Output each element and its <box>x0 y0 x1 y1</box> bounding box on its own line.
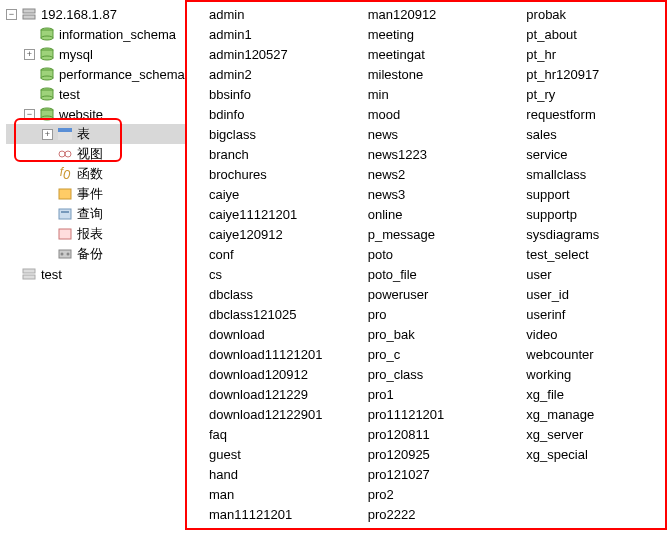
table-item[interactable]: supportp <box>506 204 665 224</box>
table-item[interactable]: branch <box>189 144 348 164</box>
table-item[interactable]: working <box>506 364 665 384</box>
table-item[interactable]: bbsinfo <box>189 84 348 104</box>
table-item[interactable]: user_id <box>506 284 665 304</box>
table-item[interactable]: news1223 <box>348 144 507 164</box>
server-icon <box>21 267 37 281</box>
table-item[interactable]: pt_about <box>506 24 665 44</box>
table-item[interactable]: bdinfo <box>189 104 348 124</box>
table-item[interactable]: sales <box>506 124 665 144</box>
collapse-icon[interactable]: − <box>6 9 17 20</box>
table-item[interactable]: pro_class <box>348 364 507 384</box>
tree-item-5[interactable]: +表 <box>6 124 185 144</box>
table-item[interactable]: sysdiagrams <box>506 224 665 244</box>
table-item[interactable]: meeting <box>348 24 507 44</box>
table-item[interactable]: milestone <box>348 64 507 84</box>
table-item[interactable]: download <box>189 324 348 344</box>
table-item[interactable]: pro120925 <box>348 444 507 464</box>
table-item[interactable]: meetingat <box>348 44 507 64</box>
table-item[interactable]: caiye120912 <box>189 224 348 244</box>
table-item[interactable]: pro2222 <box>348 504 507 524</box>
table-item[interactable]: mood <box>348 104 507 124</box>
table-item[interactable]: pro1 <box>348 384 507 404</box>
table-item[interactable]: man11121201 <box>189 504 348 524</box>
table-item[interactable]: xg_special <box>506 444 665 464</box>
tree-item-3[interactable]: test <box>6 84 185 104</box>
table-item[interactable]: poto <box>348 244 507 264</box>
tree-item-4[interactable]: −website <box>6 104 185 124</box>
table-item[interactable]: faq <box>189 424 348 444</box>
table-item[interactable]: man120912 <box>348 4 507 24</box>
table-item[interactable]: support <box>506 184 665 204</box>
table-item[interactable]: userinf <box>506 304 665 324</box>
table-item[interactable]: webcounter <box>506 344 665 364</box>
table-item-label: dbclass121025 <box>209 307 296 322</box>
tree-item-1[interactable]: +mysql <box>6 44 185 64</box>
table-item[interactable]: requestform <box>506 104 665 124</box>
table-item[interactable]: man <box>189 484 348 504</box>
expand-icon[interactable]: + <box>24 49 35 60</box>
tree-item-2[interactable]: performance_schema <box>6 64 185 84</box>
table-item[interactable]: user <box>506 264 665 284</box>
table-item[interactable]: dbclass <box>189 284 348 304</box>
table-item[interactable]: smallclass <box>506 164 665 184</box>
collapse-icon[interactable]: − <box>24 109 35 120</box>
table-item[interactable]: bigclass <box>189 124 348 144</box>
table-item[interactable]: poweruser <box>348 284 507 304</box>
spacer <box>42 209 53 220</box>
table-item[interactable]: hand <box>189 464 348 484</box>
table-icon <box>506 47 522 61</box>
tree-root[interactable]: − 192.168.1.87 <box>6 4 185 24</box>
table-item[interactable]: pt_hr <box>506 44 665 64</box>
tree-item-8[interactable]: 事件 <box>6 184 185 204</box>
table-item[interactable]: pro_c <box>348 344 507 364</box>
table-item[interactable]: poto_file <box>348 264 507 284</box>
table-item[interactable]: pro11121201 <box>348 404 507 424</box>
table-item[interactable]: probak <box>506 4 665 24</box>
table-item[interactable]: pt_ry <box>506 84 665 104</box>
table-item[interactable]: admin <box>189 4 348 24</box>
table-item[interactable]: news <box>348 124 507 144</box>
table-item[interactable]: pro2 <box>348 484 507 504</box>
table-item[interactable]: download121229 <box>189 384 348 404</box>
table-item-label: news <box>368 127 398 142</box>
table-item[interactable]: min <box>348 84 507 104</box>
table-item[interactable]: news3 <box>348 184 507 204</box>
table-item[interactable]: guest <box>189 444 348 464</box>
table-item[interactable]: online <box>348 204 507 224</box>
table-item[interactable]: admin120527 <box>189 44 348 64</box>
table-item[interactable]: xg_file <box>506 384 665 404</box>
table-item[interactable]: pro_bak <box>348 324 507 344</box>
table-item[interactable]: service <box>506 144 665 164</box>
tree-item-10[interactable]: 报表 <box>6 224 185 244</box>
query-icon <box>57 207 73 221</box>
tree-item-11[interactable]: 备份 <box>6 244 185 264</box>
table-item[interactable]: brochures <box>189 164 348 184</box>
table-item[interactable]: conf <box>189 244 348 264</box>
expand-icon[interactable]: + <box>42 129 53 140</box>
table-item[interactable]: caiye11121201 <box>189 204 348 224</box>
table-item[interactable]: pt_hr120917 <box>506 64 665 84</box>
table-item[interactable]: xg_server <box>506 424 665 444</box>
tree-item-7[interactable]: f0函数 <box>6 164 185 184</box>
table-item[interactable]: pro120811 <box>348 424 507 444</box>
table-item[interactable]: admin2 <box>189 64 348 84</box>
tree-item-6[interactable]: 视图 <box>6 144 185 164</box>
tree-item-9[interactable]: 查询 <box>6 204 185 224</box>
table-icon <box>348 347 364 361</box>
table-item[interactable]: xg_manage <box>506 404 665 424</box>
table-item[interactable]: video <box>506 324 665 344</box>
tree-item-0[interactable]: information_schema <box>6 24 185 44</box>
table-item[interactable]: p_message <box>348 224 507 244</box>
table-item[interactable]: news2 <box>348 164 507 184</box>
table-item[interactable]: pro <box>348 304 507 324</box>
table-item[interactable]: test_select <box>506 244 665 264</box>
table-item[interactable]: download12122901 <box>189 404 348 424</box>
table-item[interactable]: download120912 <box>189 364 348 384</box>
table-item[interactable]: caiye <box>189 184 348 204</box>
table-item[interactable]: download11121201 <box>189 344 348 364</box>
table-item[interactable]: pro121027 <box>348 464 507 484</box>
tree-footer[interactable]: test <box>6 264 185 284</box>
table-item[interactable]: cs <box>189 264 348 284</box>
table-item[interactable]: admin1 <box>189 24 348 44</box>
table-item[interactable]: dbclass121025 <box>189 304 348 324</box>
